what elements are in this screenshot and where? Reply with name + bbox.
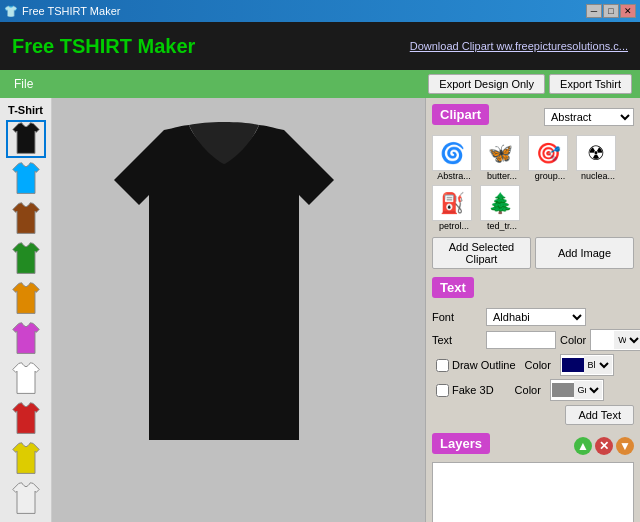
close-button[interactable]: ✕ [620,4,636,18]
clipart-category-dropdown[interactable]: Abstract Animals Nature Sports Food [544,108,634,126]
add-selected-clipart-button[interactable]: Add Selected Clipart [432,237,531,269]
app-header: Free TSHIRT Maker Download Clipart ww.fr… [0,22,640,70]
fake3d-label: Fake 3D [452,384,494,396]
tshirt-color-swatch-3[interactable] [6,240,46,278]
tshirt-color-swatch-1[interactable] [6,160,46,198]
draw-outline-label: Draw Outline [452,359,516,371]
tshirt-color-swatch-7[interactable] [6,400,46,438]
font-label: Font [432,311,482,323]
clipart-item-2[interactable]: 🎯group... [528,135,572,181]
minimize-button[interactable]: ─ [586,4,602,18]
draw-outline-color-label: Color [525,359,557,371]
clipart-header: Clipart Abstract Animals Nature Sports F… [432,104,634,129]
clipart-grid: 🌀Abstra...🦋butter...🎯group...☢nuclea...⛽… [432,135,634,231]
text-row: Text Color Wh Bl Re [432,329,634,351]
fake3d-color-label: Color [515,384,547,396]
tshirt-canvas[interactable] [74,120,404,500]
export-tshirt-button[interactable]: Export Tshirt [549,74,632,94]
clipart-section-label: Clipart [432,104,489,125]
font-row: Font Aldhabi Arial Times New Roman [432,308,634,326]
tshirt-color-swatch-5[interactable] [6,320,46,358]
app-title: Free TSHIRT Maker [12,35,195,58]
add-text-row: Add Text [432,405,634,425]
color-sidebar-label: T-Shirt [4,104,47,116]
file-menu[interactable]: File [8,75,39,93]
main-content: T-Shirt Clipart Abstract Animals Nature … [0,98,640,522]
clipart-item-5[interactable]: 🌲ted_tr... [480,185,524,231]
export-design-button[interactable]: Export Design Only [428,74,545,94]
title-bar: 👕 Free TSHIRT Maker ─ □ ✕ [0,0,640,22]
right-panel: Clipart Abstract Animals Nature Sports F… [425,98,640,522]
text-input[interactable] [486,331,556,349]
fake3d-row: Fake 3D Color Gr Bl Wh [436,379,634,401]
text-label: Text [432,334,482,346]
layer-down-button[interactable]: ▼ [616,437,634,455]
tshirt-color-swatch-0[interactable] [6,120,46,158]
layers-section-label: Layers [432,433,490,454]
draw-outline-row: Draw Outline Color Bl Wh Re [436,354,634,376]
layers-controls: ▲ ✕ ▼ [574,437,634,455]
layers-list [432,462,634,522]
canvas-area [52,98,425,522]
maximize-button[interactable]: □ [603,4,619,18]
layer-up-button[interactable]: ▲ [574,437,592,455]
app-title-prefix: Free [12,35,60,57]
tshirt-color-swatch-2[interactable] [6,200,46,238]
menu-bar: File Export Design Only Export Tshirt [0,70,640,98]
layers-section: Layers ▲ ✕ ▼ [432,433,634,522]
add-text-button[interactable]: Add Text [565,405,634,425]
text-color-label: Color [560,334,586,346]
download-links[interactable]: Download Clipart ww.freepicturesolutions… [410,40,628,52]
layer-delete-button[interactable]: ✕ [595,437,613,455]
app-icon: 👕 [4,5,18,18]
tshirt-color-swatch-8[interactable] [6,440,46,478]
add-image-button[interactable]: Add Image [535,237,634,269]
text-color-select[interactable]: Wh Bl Re [614,331,640,349]
font-select[interactable]: Aldhabi Arial Times New Roman [486,308,586,326]
tshirt-color-swatch-6[interactable] [6,360,46,398]
clipart-item-3[interactable]: ☢nuclea... [576,135,620,181]
tshirt-color-swatch-4[interactable] [6,280,46,318]
color-sidebar: T-Shirt [0,98,52,522]
clipart-item-0[interactable]: 🌀Abstra... [432,135,476,181]
clipart-item-4[interactable]: ⛽petrol... [432,185,476,231]
text-section-label: Text [432,277,474,298]
draw-outline-color-select[interactable]: Bl Wh Re [584,356,612,374]
fake3d-color-select[interactable]: Gr Bl Wh [574,381,602,399]
text-section: Text Font Aldhabi Arial Times New Roman … [432,277,634,425]
app-title-suffix: Maker [132,35,195,57]
draw-outline-checkbox[interactable] [436,359,449,372]
layers-header-row: Layers ▲ ✕ ▼ [432,433,634,458]
fake3d-checkbox[interactable] [436,384,449,397]
title-bar-text: Free TSHIRT Maker [22,5,120,17]
app-title-bold: TSHIRT [60,35,132,57]
clipart-item-1[interactable]: 🦋butter... [480,135,524,181]
clipart-actions: Add Selected Clipart Add Image [432,237,634,269]
tshirt-color-swatch-9[interactable] [6,480,46,518]
